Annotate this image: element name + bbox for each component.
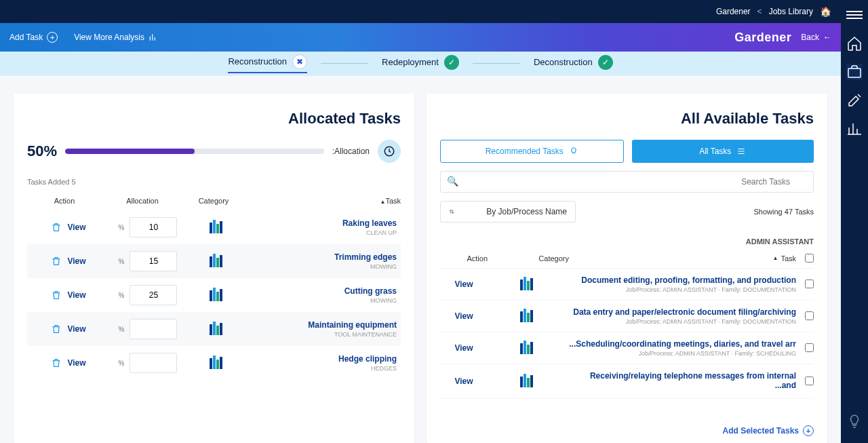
- breadcrumb-current: Gardener: [716, 7, 751, 16]
- col-task[interactable]: Task: [385, 197, 401, 205]
- allocation-input[interactable]: [130, 319, 177, 339]
- task-title[interactable]: Trimming edges: [248, 252, 397, 262]
- svg-rect-11: [527, 345, 530, 354]
- category-icon: [488, 341, 569, 355]
- svg-rect-16: [530, 375, 533, 387]
- trash-icon[interactable]: [51, 221, 62, 233]
- table-row: Hedge clippingHEDGES%View: [27, 346, 401, 380]
- add-selected-tasks-button[interactable]: + Add Selected Tasks: [440, 425, 814, 436]
- task-title[interactable]: Hedge clipping: [248, 354, 397, 364]
- workflow-steps: ✓ Deconstruction ✓ Redeployment ✖ Recons…: [0, 52, 841, 76]
- col-task[interactable]: Task: [781, 254, 796, 263]
- trash-icon[interactable]: [51, 357, 62, 369]
- select-all-checkbox[interactable]: [805, 254, 814, 263]
- view-link[interactable]: View: [440, 280, 488, 289]
- lightbulb-icon[interactable]: [846, 413, 863, 429]
- category-icon: [187, 322, 248, 336]
- chart-icon[interactable]: [846, 121, 863, 137]
- task-subtitle: Job/Process: ADMIN ASSISTANT · Family: D…: [569, 318, 796, 325]
- svg-rect-28: [216, 292, 219, 301]
- available-table-header: Task▲ Category Action: [440, 248, 814, 269]
- task-title[interactable]: Raking leaves: [248, 218, 397, 228]
- tasks-added-count: 5 Tasks Added: [27, 178, 401, 186]
- col-action[interactable]: Action: [54, 197, 75, 205]
- step-reconstruction[interactable]: ✖ Reconstruction: [228, 54, 307, 73]
- svg-rect-21: [220, 221, 222, 233]
- trash-icon[interactable]: [51, 323, 62, 335]
- step-connector: [473, 63, 520, 64]
- svg-rect-23: [213, 254, 216, 267]
- svg-rect-33: [220, 323, 222, 335]
- view-link[interactable]: View: [440, 377, 488, 386]
- task-title[interactable]: Receiving/relaying telephone messages fr…: [569, 371, 796, 390]
- view-link[interactable]: View: [67, 223, 85, 232]
- hamburger-menu-icon[interactable]: [846, 7, 863, 23]
- plus-circle-icon: +: [47, 32, 58, 43]
- recommended-tasks-tab[interactable]: Recommended Tasks: [440, 140, 624, 163]
- percent-suffix: %: [119, 258, 125, 265]
- add-selected-label: Add Selected Tasks: [723, 426, 800, 436]
- percent-suffix: %: [119, 326, 125, 333]
- lightbulb-icon: [569, 147, 578, 156]
- breadcrumb-jobs-library[interactable]: Jobs Library: [769, 7, 813, 16]
- step-deconstruction[interactable]: ✓ Deconstruction: [534, 55, 613, 73]
- tools-icon[interactable]: [846, 92, 863, 109]
- search-icon: 🔍: [447, 176, 458, 187]
- home-icon[interactable]: [846, 35, 863, 52]
- table-row: Document editing, proofing, formatting, …: [440, 269, 814, 301]
- col-action[interactable]: Action: [467, 254, 488, 263]
- step-label: Deconstruction: [534, 57, 593, 67]
- all-tasks-tab[interactable]: All Tasks: [632, 140, 814, 163]
- allocated-table-header: Task▲ Category Allocation Action: [27, 191, 401, 210]
- svg-rect-22: [210, 256, 212, 267]
- home-breadcrumb-icon[interactable]: 🏠: [820, 6, 831, 17]
- row-checkbox[interactable]: [805, 377, 814, 385]
- table-row: Trimming edgesMOWING%View: [27, 244, 401, 278]
- task-title[interactable]: Document editing, proofing, formatting, …: [569, 275, 796, 285]
- briefcase-icon[interactable]: [846, 64, 863, 80]
- search-input[interactable]: [440, 171, 814, 193]
- step-redeployment[interactable]: ✓ Redeployment: [382, 55, 459, 73]
- trash-icon[interactable]: [51, 255, 62, 267]
- row-checkbox[interactable]: [805, 311, 814, 320]
- svg-rect-24: [216, 258, 219, 267]
- view-link[interactable]: View: [67, 290, 85, 300]
- sort-asc-icon: ▲: [772, 255, 778, 261]
- sort-chevron-icon: ⇅: [449, 209, 454, 215]
- task-title[interactable]: Scheduling/coordinating meetings, diarie…: [569, 339, 796, 349]
- allocation-input[interactable]: [130, 353, 177, 373]
- task-title[interactable]: Cutting grass: [248, 286, 397, 296]
- row-checkbox[interactable]: [805, 343, 814, 352]
- bar-chart-icon: [149, 33, 158, 42]
- step-connector: [321, 63, 368, 64]
- trash-icon[interactable]: [51, 289, 62, 301]
- col-category[interactable]: Category: [538, 254, 569, 263]
- add-task-label: Add Task: [9, 33, 43, 42]
- back-button[interactable]: ← Back: [801, 33, 831, 42]
- top-breadcrumb-bar: 🏠 Jobs Library > Gardener: [0, 0, 841, 23]
- allocation-input[interactable]: [130, 217, 177, 237]
- row-checkbox[interactable]: [805, 280, 814, 288]
- view-link[interactable]: View: [67, 324, 85, 334]
- col-allocation[interactable]: Allocation: [126, 197, 159, 205]
- task-title[interactable]: Maintaining equipment: [248, 320, 397, 330]
- svg-rect-7: [527, 313, 530, 322]
- view-link[interactable]: View: [67, 256, 85, 266]
- step-label: Reconstruction: [228, 56, 287, 66]
- view-link[interactable]: View: [440, 343, 488, 353]
- sort-select[interactable]: By Job/Process Name ⇅: [440, 201, 576, 223]
- view-more-analysis-button[interactable]: View More Analysis: [74, 33, 158, 42]
- col-category[interactable]: Category: [199, 197, 229, 205]
- allocation-input[interactable]: [130, 285, 177, 305]
- search-field: 🔍: [440, 171, 814, 193]
- crossed-tools-icon: ✖: [292, 54, 307, 69]
- task-title[interactable]: Data entry and paper/electronic document…: [569, 307, 796, 317]
- svg-rect-2: [524, 277, 526, 290]
- view-link[interactable]: View: [67, 358, 85, 368]
- add-task-button[interactable]: + Add Task: [9, 32, 58, 43]
- available-tasks-scroll[interactable]: ADMIN ASSISTANT Task▲ Category Action Do…: [440, 232, 814, 419]
- allocation-input[interactable]: [130, 251, 177, 271]
- svg-rect-35: [213, 355, 216, 369]
- view-link[interactable]: View: [440, 311, 488, 321]
- view-more-label: View More Analysis: [74, 33, 144, 42]
